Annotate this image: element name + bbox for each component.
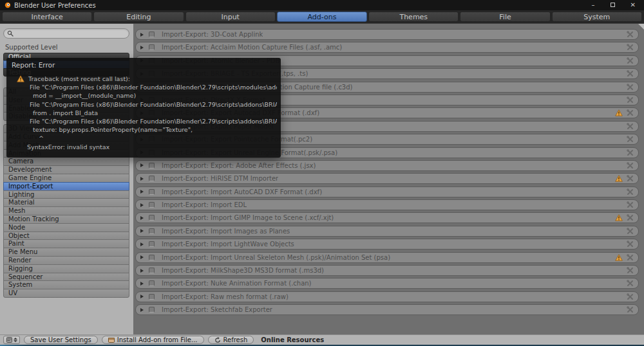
tab-add-ons[interactable]: Add-ons bbox=[277, 12, 367, 22]
expand-arrow-icon[interactable] bbox=[140, 255, 144, 259]
expand-arrow-icon[interactable] bbox=[140, 216, 144, 220]
tab-file[interactable]: File bbox=[460, 12, 550, 22]
addon-row[interactable]: Import-Export: 3D-Coat Applink bbox=[135, 29, 639, 40]
addon-enable-checkbox[interactable] bbox=[149, 241, 155, 247]
sidebar-item-game-engine[interactable]: Game Engine bbox=[3, 174, 129, 183]
refresh-button[interactable]: Refresh bbox=[208, 336, 254, 344]
addon-row[interactable]: Import-Export: Import EDL bbox=[135, 199, 639, 210]
sidebar-item-import-export[interactable]: Import-Export bbox=[3, 182, 129, 191]
sidebar-item-sequencer[interactable]: Sequencer bbox=[3, 273, 129, 282]
area-corner-grip[interactable] bbox=[638, 24, 644, 30]
search-input[interactable] bbox=[16, 30, 126, 37]
expand-arrow-icon[interactable] bbox=[140, 177, 144, 181]
expand-arrow-icon[interactable] bbox=[140, 242, 144, 246]
wrench-icon[interactable] bbox=[627, 175, 634, 182]
expand-arrow-icon[interactable] bbox=[140, 229, 144, 233]
addon-enable-checkbox[interactable] bbox=[149, 307, 155, 313]
addon-row[interactable]: Import-Export: Sketchfab Exporter bbox=[135, 304, 639, 315]
expand-arrow-icon[interactable] bbox=[140, 46, 144, 50]
wrench-icon[interactable] bbox=[627, 267, 634, 274]
addon-row[interactable]: Import-Export: Export: Adobe After Effec… bbox=[135, 160, 639, 171]
expand-arrow-icon[interactable] bbox=[140, 33, 144, 37]
sidebar-item-node[interactable]: Node bbox=[3, 223, 129, 232]
expand-arrow-icon[interactable] bbox=[140, 295, 144, 298]
sidebar-item-development[interactable]: Development bbox=[3, 165, 129, 174]
sidebar-item-object[interactable]: Object bbox=[3, 232, 129, 241]
wrench-icon[interactable] bbox=[627, 136, 634, 143]
wrench-icon[interactable] bbox=[627, 149, 634, 156]
expand-arrow-icon[interactable] bbox=[140, 282, 144, 286]
addon-row[interactable]: Import-Export: Raw mesh format (.raw) bbox=[135, 291, 639, 302]
addon-enable-checkbox[interactable] bbox=[149, 202, 155, 208]
wrench-icon[interactable] bbox=[627, 96, 634, 104]
addon-search-box[interactable] bbox=[3, 28, 129, 39]
sidebar-item-system[interactable]: System bbox=[3, 280, 129, 289]
tab-themes[interactable]: Themes bbox=[368, 12, 459, 22]
addon-row[interactable]: Import-Export: Nuke Animation Format (.c… bbox=[135, 278, 639, 289]
wrench-icon[interactable] bbox=[627, 306, 634, 313]
wrench-icon[interactable] bbox=[627, 31, 634, 38]
expand-arrow-icon[interactable] bbox=[140, 190, 144, 194]
tab-editing[interactable]: Editing bbox=[93, 12, 184, 22]
sidebar-item-paint[interactable]: Paint bbox=[3, 239, 129, 248]
expand-arrow-icon[interactable] bbox=[140, 203, 144, 207]
sidebar-item-motion-tracking[interactable]: Motion Tracking bbox=[3, 215, 129, 224]
sidebar-item-render[interactable]: Render bbox=[3, 256, 129, 265]
online-resources-link[interactable]: Online Resources bbox=[261, 336, 324, 343]
addon-enable-checkbox[interactable] bbox=[149, 280, 155, 286]
addon-enable-checkbox[interactable] bbox=[149, 163, 155, 168]
tab-interface[interactable]: Interface bbox=[2, 12, 92, 22]
sidebar-item-pie-menu[interactable]: Pie Menu bbox=[3, 248, 129, 257]
expand-arrow-icon[interactable] bbox=[140, 308, 144, 312]
wrench-icon[interactable] bbox=[627, 84, 634, 91]
sidebar-item-material[interactable]: Material bbox=[3, 198, 129, 207]
install-addon-button[interactable]: Install Add-on from File... bbox=[102, 336, 204, 344]
wrench-icon[interactable] bbox=[627, 280, 634, 287]
addon-row[interactable]: Import-Export: Acclaim Motion Capture Fi… bbox=[135, 42, 639, 53]
addon-enable-checkbox[interactable] bbox=[149, 294, 155, 300]
addon-enable-checkbox[interactable] bbox=[149, 228, 155, 234]
addon-row[interactable]: Import-Export: Import AutoCAD DXF Format… bbox=[135, 187, 639, 197]
sidebar-item-lighting[interactable]: Lighting bbox=[3, 190, 129, 199]
editor-selector-stepper[interactable] bbox=[14, 338, 17, 342]
addon-enable-checkbox[interactable] bbox=[149, 189, 155, 195]
addon-row[interactable]: Import-Export: Import Images as Planes bbox=[135, 226, 639, 237]
wrench-icon[interactable] bbox=[627, 228, 634, 235]
sidebar-item-mesh[interactable]: Mesh bbox=[3, 206, 129, 215]
addon-enable-checkbox[interactable] bbox=[149, 215, 155, 221]
addon-enable-checkbox[interactable] bbox=[149, 268, 155, 273]
tab-input[interactable]: Input bbox=[185, 12, 276, 22]
wrench-icon[interactable] bbox=[627, 70, 634, 77]
maximize-button[interactable] bbox=[611, 2, 615, 8]
wrench-icon[interactable] bbox=[627, 214, 634, 221]
expand-arrow-icon[interactable] bbox=[140, 163, 144, 167]
wrench-icon[interactable] bbox=[627, 44, 634, 51]
wrench-icon[interactable] bbox=[627, 254, 634, 261]
wrench-icon[interactable] bbox=[627, 188, 634, 196]
wrench-icon[interactable] bbox=[627, 241, 634, 248]
editor-type-selector[interactable] bbox=[3, 336, 20, 344]
addon-row[interactable]: Import-Export: MilkShape3D MS3D format (… bbox=[135, 265, 639, 276]
minimize-button[interactable]: – bbox=[592, 2, 595, 8]
tab-system[interactable]: System bbox=[552, 12, 642, 22]
sidebar-item-camera[interactable]: Camera bbox=[3, 157, 129, 166]
addon-row[interactable]: Import-Export: HiRISE DTM Importer bbox=[135, 173, 639, 184]
addon-enable-checkbox[interactable] bbox=[149, 32, 155, 37]
addon-row[interactable]: Import-Export: Import LightWave Objects bbox=[135, 239, 639, 250]
addon-enable-checkbox[interactable] bbox=[149, 44, 155, 50]
wrench-icon[interactable] bbox=[627, 201, 634, 208]
wrench-icon[interactable] bbox=[627, 162, 634, 169]
addon-enable-checkbox[interactable] bbox=[149, 255, 155, 260]
close-button[interactable]: ✕ bbox=[630, 2, 636, 8]
save-user-settings-button[interactable]: Save User Settings bbox=[24, 336, 98, 344]
wrench-icon[interactable] bbox=[627, 123, 634, 130]
wrench-icon[interactable] bbox=[627, 57, 634, 64]
sidebar-item-rigging[interactable]: Rigging bbox=[3, 264, 129, 273]
sidebar-item-uv[interactable]: UV bbox=[3, 289, 129, 298]
wrench-icon[interactable] bbox=[627, 293, 634, 300]
expand-arrow-icon[interactable] bbox=[140, 269, 144, 273]
wrench-icon[interactable] bbox=[627, 109, 634, 116]
addon-row[interactable]: Import-Export: Import GIMP Image to Scen… bbox=[135, 212, 639, 223]
addon-enable-checkbox[interactable] bbox=[149, 176, 155, 181]
addon-row[interactable]: Import-Export: Import Unreal Skeleton Me… bbox=[135, 252, 639, 263]
